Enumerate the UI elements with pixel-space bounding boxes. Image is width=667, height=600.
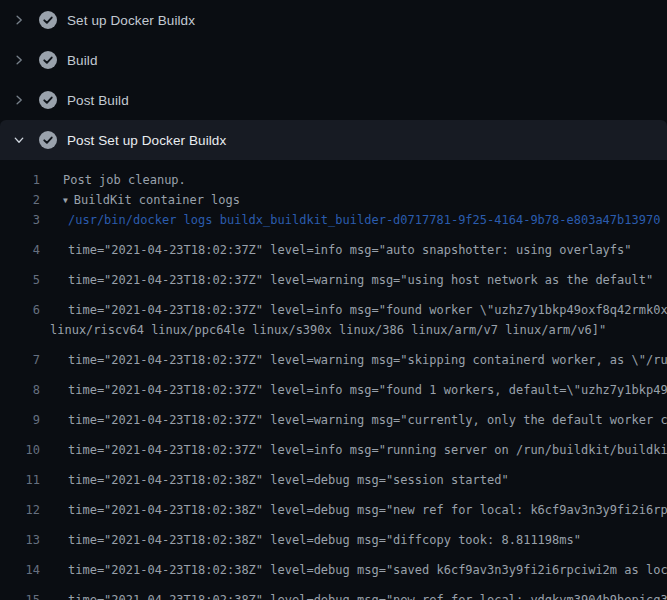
log-line-text: time="2021-04-23T18:02:37Z" level=info m… [40, 300, 667, 320]
chevron-right-icon [12, 13, 26, 27]
log-line-text: linux/riscv64 linux/ppc64le linux/s390x … [40, 320, 667, 340]
log-line-text: time="2021-04-23T18:02:37Z" level=warnin… [40, 350, 667, 370]
chevron-right-icon [12, 53, 26, 67]
log-line-text: time="2021-04-23T18:02:38Z" level=debug … [40, 530, 667, 550]
log-line-text: time="2021-04-23T18:02:38Z" level=debug … [40, 590, 667, 600]
step-section-header-post-set-up-docker-buildx[interactable]: Post Set up Docker Buildx [0, 120, 667, 160]
step-name: Set up Docker Buildx [67, 13, 195, 28]
log-line-text: time="2021-04-23T18:02:37Z" level=info m… [40, 380, 667, 400]
log-line-text: Post job cleanup. [40, 170, 667, 190]
log-line-number[interactable]: 15 [0, 590, 40, 600]
log-line: 8 time="2021-04-23T18:02:37Z" level=info… [0, 370, 667, 400]
check-circle-icon [39, 11, 57, 29]
log-line-text: time="2021-04-23T18:02:38Z" level=debug … [40, 560, 667, 580]
step-section-header-post-build[interactable]: Post Build [0, 80, 667, 120]
log-output: 1 Post job cleanup. 2 ▼BuildKit containe… [0, 160, 667, 600]
log-line-text: time="2021-04-23T18:02:38Z" level=debug … [40, 470, 667, 490]
step-name: Post Build [67, 93, 129, 108]
chevron-right-icon [12, 93, 26, 107]
log-line: 3 /usr/bin/docker logs buildx_buildkit_b… [0, 210, 667, 230]
log-line: 5 time="2021-04-23T18:02:37Z" level=warn… [0, 260, 667, 290]
log-line-text: ▼BuildKit container logs [40, 190, 667, 210]
log-line: linux/riscv64 linux/ppc64le linux/s390x … [0, 320, 667, 340]
log-line-number[interactable]: 3 [0, 210, 40, 230]
log-line-text: time="2021-04-23T18:02:37Z" level=warnin… [40, 410, 667, 430]
log-line-number[interactable]: 11 [0, 470, 40, 490]
log-line-number[interactable]: 4 [0, 240, 40, 260]
log-line: 12 time="2021-04-23T18:02:38Z" level=deb… [0, 490, 667, 520]
log-line-number[interactable]: 5 [0, 270, 40, 290]
log-line-text: time="2021-04-23T18:02:37Z" level=info m… [40, 440, 667, 460]
check-circle-icon [39, 51, 57, 69]
log-line-number[interactable]: 8 [0, 380, 40, 400]
log-line-text: /usr/bin/docker logs buildx_buildkit_bui… [40, 210, 667, 230]
log-line: 2 ▼BuildKit container logs [0, 190, 667, 210]
log-line-text: time="2021-04-23T18:02:38Z" level=debug … [40, 500, 667, 520]
log-line-number[interactable]: 9 [0, 410, 40, 430]
log-line-number[interactable]: 1 [0, 170, 40, 190]
log-line-number[interactable]: 7 [0, 350, 40, 370]
step-name: Build [67, 53, 98, 68]
log-line-number[interactable]: 10 [0, 440, 40, 460]
check-circle-icon [39, 91, 57, 109]
log-line: 9 time="2021-04-23T18:02:37Z" level=warn… [0, 400, 667, 430]
log-line: 14 time="2021-04-23T18:02:38Z" level=deb… [0, 550, 667, 580]
log-line: 7 time="2021-04-23T18:02:37Z" level=warn… [0, 340, 667, 370]
log-line-text: time="2021-04-23T18:02:37Z" level=warnin… [40, 270, 667, 290]
log-line: 6 time="2021-04-23T18:02:37Z" level=info… [0, 290, 667, 320]
log-line-number[interactable]: 13 [0, 530, 40, 550]
actions-log-viewer: Set up Docker Buildx Build P [0, 0, 667, 600]
log-line-number[interactable]: 6 [0, 300, 40, 320]
step-section-header-set-up-docker-buildx[interactable]: Set up Docker Buildx [0, 0, 667, 40]
log-line: 1 Post job cleanup. [0, 170, 667, 190]
log-line-number[interactable]: 2 [0, 190, 40, 210]
chevron-down-icon [12, 133, 26, 147]
log-line-number[interactable]: 14 [0, 560, 40, 580]
check-circle-icon [39, 131, 57, 149]
log-line-number[interactable]: 12 [0, 500, 40, 520]
step-section-list: Set up Docker Buildx Build P [0, 0, 667, 160]
log-line: 13 time="2021-04-23T18:02:38Z" level=deb… [0, 520, 667, 550]
log-line: 4 time="2021-04-23T18:02:37Z" level=info… [0, 230, 667, 260]
log-line-number[interactable] [0, 320, 40, 340]
log-line: 11 time="2021-04-23T18:02:38Z" level=deb… [0, 460, 667, 490]
log-line: 10 time="2021-04-23T18:02:37Z" level=inf… [0, 430, 667, 460]
log-group-toggle-icon[interactable]: ▼ [63, 196, 68, 205]
step-section-header-build[interactable]: Build [0, 40, 667, 80]
log-line: 15 time="2021-04-23T18:02:38Z" level=deb… [0, 580, 667, 600]
step-name: Post Set up Docker Buildx [67, 133, 226, 148]
log-line-text: time="2021-04-23T18:02:37Z" level=info m… [40, 240, 667, 260]
